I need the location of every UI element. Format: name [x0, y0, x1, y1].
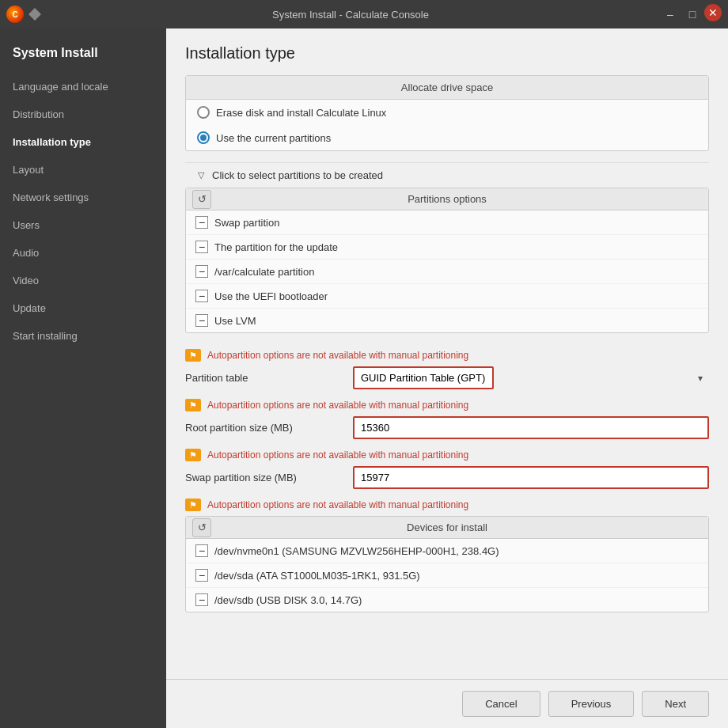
devices-header-label: Devices for install: [407, 521, 487, 533]
sidebar-item-network[interactable]: Network settings: [0, 184, 166, 211]
partition-checkbox-4[interactable]: [195, 314, 208, 327]
radio-current-circle[interactable]: [197, 131, 210, 144]
sidebar: System Install Language and locale Distr…: [0, 28, 166, 728]
radio-current-partitions[interactable]: Use the current partitions: [186, 125, 708, 150]
root-size-input[interactable]: [353, 416, 709, 439]
device-item-2: /dev/sdb (USB DISK 3.0, 14.7G): [186, 588, 708, 612]
device-item-0: /dev/nvme0n1 (SAMSUNG MZVLW256HEHP-000H1…: [186, 539, 708, 563]
partition-checkbox-2[interactable]: [195, 265, 208, 278]
devices-refresh-button[interactable]: ↺: [192, 518, 211, 537]
partition-table-select[interactable]: GUID Partition Table (GPT)MBR: [353, 366, 494, 389]
swap-size-label: Swap partition size (MB): [185, 472, 343, 483]
device-label-2: /dev/sdb (USB DISK 3.0, 14.7G): [214, 594, 362, 606]
titlebar-title: System Install - Calculate Console: [41, 9, 660, 21]
sidebar-item-users[interactable]: Users: [0, 211, 166, 239]
device-checkbox-0[interactable]: [195, 544, 208, 557]
partition-item-0: Swap partition: [186, 210, 708, 235]
partition-item-1: The partition for the update: [186, 235, 708, 260]
warning-text-3: Autopartition options are not available …: [207, 449, 468, 461]
warning-text-2: Autopartition options are not available …: [207, 400, 468, 411]
device-label-1: /dev/sda (ATA ST1000LM035-1RK1, 931.5G): [214, 570, 420, 582]
content-area: Installation type Allocate drive space E…: [166, 28, 728, 679]
radio-erase-circle[interactable]: [197, 106, 210, 119]
warning-row-1: ⚑ Autopartition options are not availabl…: [185, 344, 709, 366]
sidebar-item-start-installing[interactable]: Start installing: [0, 322, 166, 350]
partition-label-0: Swap partition: [214, 217, 279, 229]
allocate-drive-space-box: Allocate drive space Erase disk and inst…: [185, 75, 709, 151]
partition-item-3: Use the UEFI bootloader: [186, 284, 708, 309]
warning-icon-3: ⚑: [185, 449, 201, 461]
partition-table-row: Partition table GUID Partition Table (GP…: [185, 366, 709, 389]
sidebar-item-distribution[interactable]: Distribution: [0, 100, 166, 128]
radio-erase-label: Erase disk and install Calculate Linux: [216, 107, 386, 119]
next-button[interactable]: Next: [642, 691, 709, 717]
partitions-options-box: ↺ Partitions options Swap partition The …: [185, 188, 709, 333]
select-arrow-icon: ▾: [698, 373, 703, 384]
radio-erase-disk[interactable]: Erase disk and install Calculate Linux: [186, 100, 708, 125]
partition-checkbox-0[interactable]: [195, 216, 208, 229]
sidebar-item-layout[interactable]: Layout: [0, 156, 166, 184]
warning-icon-2: ⚑: [185, 399, 201, 411]
previous-button[interactable]: Previous: [548, 691, 635, 717]
partitions-refresh-button[interactable]: ↺: [192, 190, 211, 209]
collapse-partitions-row[interactable]: ▽ Click to select partitions to be creat…: [185, 162, 709, 188]
partition-label-2: /var/calculate partition: [214, 266, 314, 278]
page-title: Installation type: [185, 44, 709, 63]
allocate-header: Allocate drive space: [186, 76, 708, 100]
app-container: System Install Language and locale Distr…: [0, 28, 728, 728]
titlebar-controls: – □ ✕: [660, 4, 722, 25]
swap-size-input[interactable]: [353, 466, 709, 489]
warning-icon-1: ⚑: [185, 349, 201, 362]
app-logo2: [28, 8, 41, 21]
root-size-label: Root partition size (MB): [185, 422, 343, 434]
warning-row-3: ⚑ Autopartition options are not availabl…: [185, 444, 709, 466]
app-logo: C: [6, 6, 24, 23]
sidebar-item-language[interactable]: Language and locale: [0, 73, 166, 100]
partition-item-4: Use LVM: [186, 309, 708, 332]
warning-row-2: ⚑ Autopartition options are not availabl…: [185, 394, 709, 416]
partition-label-3: Use the UEFI bootloader: [214, 290, 328, 302]
main-content: Installation type Allocate drive space E…: [166, 28, 728, 728]
sidebar-header: System Install: [0, 36, 166, 73]
partition-item-2: /var/calculate partition: [186, 260, 708, 284]
partition-table-select-wrapper: GUID Partition Table (GPT)MBR ▾: [353, 366, 709, 389]
device-item-1: /dev/sda (ATA ST1000LM035-1RK1, 931.5G): [186, 563, 708, 588]
warning-row-4: ⚑ Autopartition options are not availabl…: [185, 494, 709, 516]
partition-checkbox-1[interactable]: [195, 241, 208, 253]
partition-label-1: The partition for the update: [214, 241, 338, 253]
sidebar-item-update[interactable]: Update: [0, 294, 166, 322]
warning-text-4: Autopartition options are not available …: [207, 499, 468, 510]
sidebar-item-video[interactable]: Video: [0, 267, 166, 294]
collapse-label: Click to select partitions to be created: [212, 169, 383, 181]
maximize-button[interactable]: □: [682, 4, 703, 25]
titlebar: C System Install - Calculate Console – □…: [0, 0, 728, 28]
devices-header: ↺ Devices for install: [186, 517, 708, 539]
partition-table-label: Partition table: [185, 372, 343, 384]
devices-box: ↺ Devices for install /dev/nvme0n1 (SAMS…: [185, 516, 709, 612]
swap-size-row: Swap partition size (MB): [185, 466, 709, 489]
root-size-row: Root partition size (MB): [185, 416, 709, 439]
partition-checkbox-3[interactable]: [195, 290, 208, 302]
device-checkbox-2[interactable]: [195, 593, 208, 606]
sidebar-item-audio[interactable]: Audio: [0, 239, 166, 267]
footer: Cancel Previous Next: [166, 679, 728, 728]
partitions-header-label: Partitions options: [408, 193, 487, 205]
sidebar-item-installation-type[interactable]: Installation type: [0, 128, 166, 156]
collapse-arrow-icon: ▽: [196, 171, 206, 180]
titlebar-left: C: [6, 6, 41, 23]
radio-current-label: Use the current partitions: [216, 132, 331, 144]
device-checkbox-1[interactable]: [195, 569, 208, 582]
device-label-0: /dev/nvme0n1 (SAMSUNG MZVLW256HEHP-000H1…: [214, 545, 499, 557]
partitions-header: ↺ Partitions options: [186, 188, 708, 210]
minimize-button[interactable]: –: [660, 4, 681, 25]
warning-icon-4: ⚑: [185, 499, 201, 511]
partition-label-4: Use LVM: [214, 315, 256, 327]
close-button[interactable]: ✕: [704, 4, 722, 21]
cancel-button[interactable]: Cancel: [462, 691, 540, 717]
warning-text-1: Autopartition options are not available …: [207, 350, 468, 361]
